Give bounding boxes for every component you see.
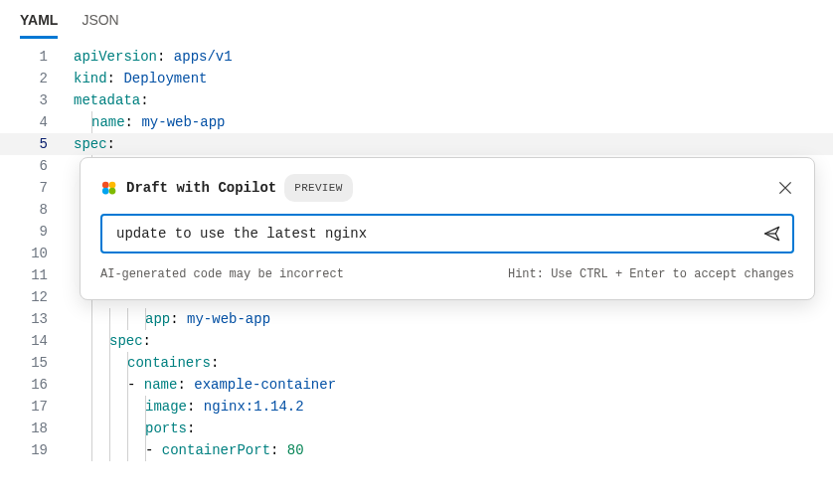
code-line[interactable]: 19- containerPort: 80 [0, 439, 833, 461]
line-number: 10 [0, 243, 72, 264]
svg-point-1 [109, 182, 116, 189]
code-content: image: nginx:1.14.2 [72, 396, 833, 418]
code-editor[interactable]: Draft with Copilot PREVIEW AI-generated … [0, 40, 833, 461]
code-content: - containerPort: 80 [72, 439, 833, 461]
code-line[interactable]: 13app: my-web-app [0, 308, 833, 330]
tab-json[interactable]: JSON [82, 10, 118, 39]
code-content: spec: [72, 133, 833, 155]
code-line[interactable]: 5spec: [0, 133, 833, 155]
line-number: 14 [0, 330, 72, 352]
line-number: 15 [0, 352, 72, 374]
line-number: 3 [0, 89, 72, 111]
code-content: - name: example-container [72, 374, 833, 396]
code-content: containers: [72, 352, 833, 374]
line-number: 11 [0, 264, 72, 286]
code-content: ports: [72, 418, 833, 439]
editor-tabs: YAML JSON [0, 0, 833, 40]
ai-disclaimer: AI-generated code may be incorrect [100, 263, 344, 285]
tab-yaml[interactable]: YAML [20, 10, 58, 39]
close-icon[interactable] [776, 179, 794, 197]
code-line[interactable]: 14spec: [0, 330, 833, 352]
code-content: name: my-web-app [72, 111, 833, 133]
svg-point-2 [102, 188, 109, 195]
code-line[interactable]: 16- name: example-container [0, 374, 833, 396]
popup-title: Draft with Copilot [126, 177, 276, 199]
line-number: 17 [0, 396, 72, 418]
shortcut-hint: Hint: Use CTRL + Enter to accept changes [508, 263, 794, 285]
line-number: 19 [0, 439, 72, 461]
code-content: spec: [72, 330, 833, 352]
code-content: apiVersion: apps/v1 [72, 46, 833, 68]
code-line[interactable]: 2kind: Deployment [0, 68, 833, 89]
svg-point-3 [109, 188, 116, 195]
code-line[interactable]: 1apiVersion: apps/v1 [0, 46, 833, 68]
line-number: 18 [0, 418, 72, 439]
code-line[interactable]: 3metadata: [0, 89, 833, 111]
popup-header: Draft with Copilot PREVIEW [100, 174, 794, 202]
code-content: kind: Deployment [72, 68, 833, 89]
copilot-popup: Draft with Copilot PREVIEW AI-generated … [80, 157, 815, 300]
send-icon[interactable] [762, 224, 782, 244]
preview-badge: PREVIEW [284, 174, 352, 202]
line-number: 16 [0, 374, 72, 396]
line-number: 13 [0, 308, 72, 330]
code-content: metadata: [72, 89, 833, 111]
code-line[interactable]: 17image: nginx:1.14.2 [0, 396, 833, 418]
svg-point-0 [102, 182, 109, 189]
copilot-icon [100, 179, 118, 197]
line-number: 4 [0, 111, 72, 133]
prompt-input[interactable] [116, 226, 762, 242]
line-number: 1 [0, 46, 72, 68]
code-line[interactable]: 15containers: [0, 352, 833, 374]
code-line[interactable]: 18ports: [0, 418, 833, 439]
line-number: 7 [0, 177, 72, 199]
code-content: app: my-web-app [72, 308, 833, 330]
line-number: 9 [0, 221, 72, 243]
prompt-box [100, 214, 794, 253]
code-line[interactable]: 4name: my-web-app [0, 111, 833, 133]
popup-footer: AI-generated code may be incorrect Hint:… [100, 263, 794, 285]
line-number: 8 [0, 199, 72, 221]
line-number: 5 [0, 133, 72, 155]
line-number: 2 [0, 68, 72, 89]
line-number: 6 [0, 155, 72, 177]
line-number: 12 [0, 286, 72, 308]
